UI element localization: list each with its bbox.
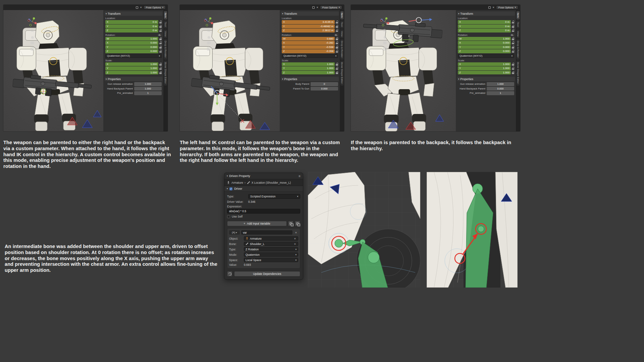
- lock-icon[interactable]: [512, 25, 514, 28]
- pan-hand-icon[interactable]: [383, 35, 387, 39]
- grid-icon[interactable]: [383, 47, 387, 51]
- driver-type-dropdown[interactable]: Scripted Expression▾: [248, 194, 300, 199]
- tab-drop-render[interactable]: Drop & Render: [340, 39, 343, 60]
- tab-tool[interactable]: Tool: [340, 20, 343, 28]
- space-dropdown[interactable]: Local Space▾: [244, 258, 298, 262]
- clear-object-icon[interactable]: ×: [293, 237, 297, 240]
- location-x-field[interactable]: X3.4135 m: [282, 20, 335, 24]
- rotation-w-field[interactable]: W1.000: [105, 37, 158, 41]
- scale-y-field[interactable]: Y1.000: [458, 66, 511, 70]
- lock-icon[interactable]: [336, 67, 338, 70]
- rotation-z-field[interactable]: Z0.000: [458, 49, 511, 53]
- tab-drop-render[interactable]: Drop & Render: [164, 39, 167, 60]
- expression-input[interactable]: abs(var) * 0.5: [227, 209, 300, 214]
- close-icon[interactable]: ×: [492, 6, 494, 9]
- rotation-z-field[interactable]: Z-0.398: [282, 49, 335, 53]
- location-x-field[interactable]: X0 m: [458, 20, 511, 24]
- property-value-field[interactable]: 1.000: [487, 82, 514, 86]
- pose-options-button[interactable]: Pose Options ▾: [496, 5, 518, 9]
- lock-icon[interactable]: [336, 50, 338, 53]
- tab-view[interactable]: View: [517, 29, 520, 38]
- tab-item[interactable]: Item: [164, 11, 167, 19]
- tab-view[interactable]: View: [164, 29, 167, 38]
- lock-icon[interactable]: [336, 29, 338, 32]
- lock-icon[interactable]: [159, 50, 162, 53]
- properties-panel-header[interactable]: ▾Properties: [281, 77, 339, 81]
- tab-drop-render[interactable]: Drop & Render: [517, 39, 520, 60]
- lock-icon[interactable]: [159, 46, 162, 49]
- lock-icon[interactable]: [159, 67, 162, 70]
- property-value-field[interactable]: 1: [487, 91, 514, 95]
- grid-icon[interactable]: [30, 47, 35, 51]
- pan-hand-icon[interactable]: [207, 35, 211, 39]
- properties-panel-header[interactable]: ▾Properties: [105, 77, 162, 81]
- lock-icon[interactable]: [512, 20, 514, 23]
- location-z-field[interactable]: Z2.3612 m: [282, 28, 335, 33]
- lock-icon[interactable]: [336, 37, 338, 40]
- lock-icon[interactable]: [336, 41, 338, 44]
- refresh-icon[interactable]: [227, 271, 232, 277]
- lock-icon[interactable]: [159, 63, 162, 66]
- lock-icon[interactable]: [159, 37, 162, 40]
- rotation-lock-button[interactable]: 4L: [334, 34, 338, 36]
- overlap-icon[interactable]: [312, 6, 315, 9]
- scale-x-field[interactable]: X1.000: [458, 62, 511, 66]
- transform-panel-header[interactable]: ▾Transform: [105, 11, 162, 16]
- paste-variables-icon[interactable]: [295, 221, 300, 226]
- transform-panel-header[interactable]: ▾Transform: [457, 11, 515, 16]
- transform-panel-header[interactable]: ▾Transform: [281, 11, 339, 16]
- rotation-x-field[interactable]: X0.000: [105, 41, 158, 45]
- rotation-y-field[interactable]: Y0.000: [105, 45, 158, 49]
- rotation-mode-dropdown[interactable]: Quaternion (WXYZ)▾: [282, 54, 338, 58]
- close-icon[interactable]: ×: [316, 6, 318, 9]
- lock-icon[interactable]: [336, 20, 338, 23]
- location-y-field[interactable]: Y-0.48982 m: [282, 24, 335, 28]
- camera-icon[interactable]: [207, 41, 211, 45]
- zoom-icon[interactable]: [207, 28, 211, 33]
- lock-icon[interactable]: [159, 29, 162, 32]
- scale-y-field[interactable]: Y1.000: [282, 66, 335, 70]
- tab-item[interactable]: Item: [340, 11, 343, 19]
- lock-icon[interactable]: [336, 46, 338, 49]
- update-dependencies-button[interactable]: Update Dependencies: [234, 271, 300, 277]
- pan-hand-icon[interactable]: [30, 35, 35, 39]
- lock-icon[interactable]: [159, 71, 162, 74]
- tab-bone-shape-editor[interactable]: Bone Shape Editor: [340, 61, 343, 85]
- driven-property-header[interactable]: ▾ Driven Property ≡: [224, 173, 303, 179]
- tab-tool[interactable]: Tool: [517, 20, 520, 28]
- rotation-y-field[interactable]: Y0.000: [458, 45, 511, 49]
- lock-icon[interactable]: [512, 67, 514, 70]
- overlap-icon[interactable]: [488, 6, 491, 9]
- driver-enabled-checkbox[interactable]: ✓: [229, 187, 232, 190]
- rotation-w-field[interactable]: W1.000: [458, 37, 511, 41]
- camera-icon[interactable]: [383, 41, 387, 45]
- rotation-mode-dropdown[interactable]: Quaternion (WXYZ)▾: [458, 54, 514, 58]
- lock-icon[interactable]: [512, 41, 514, 44]
- location-z-field[interactable]: Z0 m: [458, 28, 511, 33]
- property-value-field[interactable]: 0.000: [487, 87, 514, 91]
- grid-icon[interactable]: [207, 47, 211, 51]
- breadcrumb-object[interactable]: Armature: [231, 181, 243, 184]
- camera-icon[interactable]: [30, 41, 35, 45]
- zoom-icon[interactable]: [383, 28, 387, 33]
- property-value-field[interactable]: 0: [311, 82, 338, 86]
- add-input-variable-button[interactable]: + Add Input Variable: [227, 221, 287, 226]
- tab-item[interactable]: Item: [517, 11, 520, 19]
- overlap-icon[interactable]: [136, 6, 138, 9]
- rotation-w-field[interactable]: W0.680: [282, 37, 335, 41]
- tab-view[interactable]: View: [340, 29, 343, 38]
- rotation-mode-dropdown[interactable]: Quaternion▾: [244, 252, 298, 257]
- clear-bone-icon[interactable]: ×: [293, 242, 297, 245]
- lock-icon[interactable]: [512, 71, 514, 74]
- bone-field[interactable]: Shoulder_L ×: [244, 242, 298, 246]
- lock-icon[interactable]: [512, 46, 514, 49]
- navigation-gizmo[interactable]: [380, 17, 390, 27]
- lock-icon[interactable]: [159, 20, 162, 23]
- lock-icon[interactable]: [512, 37, 514, 40]
- tab-bone-shape-editor[interactable]: Bone Shape Editor: [517, 61, 520, 85]
- property-value-field[interactable]: 1.000: [134, 82, 162, 86]
- pose-options-button[interactable]: Pose Options ▾: [320, 5, 342, 9]
- property-value-field[interactable]: 0.000: [311, 87, 338, 91]
- object-field[interactable]: Armature ×: [244, 236, 298, 241]
- variable-type-dropdown[interactable]: (X)▾: [229, 230, 240, 235]
